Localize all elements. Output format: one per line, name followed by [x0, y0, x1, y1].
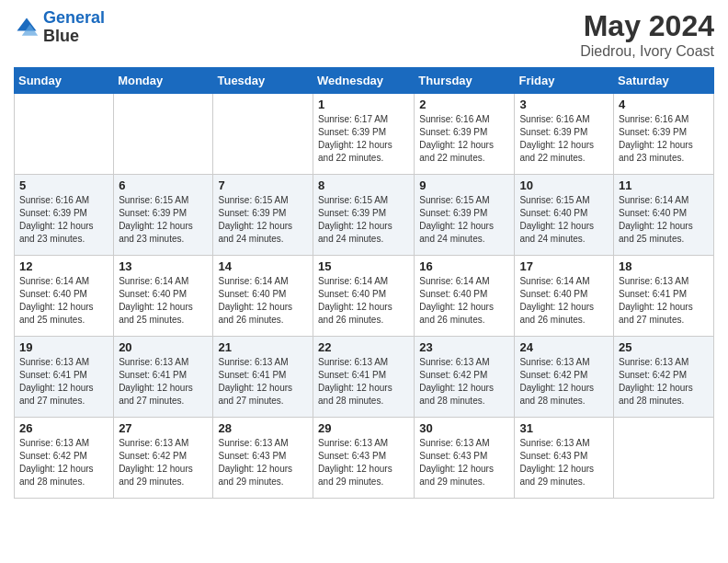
- day-cell: 19Sunrise: 6:13 AM Sunset: 6:41 PM Dayli…: [15, 337, 114, 418]
- day-info: Sunrise: 6:13 AM Sunset: 6:43 PM Dayligh…: [218, 437, 308, 488]
- day-info: Sunrise: 6:13 AM Sunset: 6:41 PM Dayligh…: [19, 356, 108, 408]
- main-title: May 2024: [580, 9, 714, 43]
- day-info: Sunrise: 6:15 AM Sunset: 6:40 PM Dayligh…: [519, 194, 609, 246]
- day-number: 6: [119, 178, 208, 192]
- day-number: 20: [119, 340, 208, 354]
- header: General Blue May 2024 Diedrou, Ivory Coa…: [14, 9, 714, 60]
- day-number: 22: [318, 340, 409, 354]
- day-info: Sunrise: 6:14 AM Sunset: 6:40 PM Dayligh…: [619, 194, 709, 246]
- day-info: Sunrise: 6:13 AM Sunset: 6:43 PM Dayligh…: [318, 437, 409, 488]
- day-info: Sunrise: 6:13 AM Sunset: 6:42 PM Dayligh…: [419, 356, 509, 408]
- day-cell: 1Sunrise: 6:17 AM Sunset: 6:39 PM Daylig…: [313, 94, 415, 175]
- day-cell: 2Sunrise: 6:16 AM Sunset: 6:39 PM Daylig…: [415, 94, 515, 175]
- day-number: 15: [318, 259, 409, 273]
- title-block: May 2024 Diedrou, Ivory Coast: [580, 9, 714, 60]
- day-cell: 13Sunrise: 6:14 AM Sunset: 6:40 PM Dayli…: [114, 256, 213, 337]
- day-number: 28: [218, 421, 308, 435]
- day-info: Sunrise: 6:16 AM Sunset: 6:39 PM Dayligh…: [419, 113, 509, 165]
- day-info: Sunrise: 6:15 AM Sunset: 6:39 PM Dayligh…: [318, 194, 409, 246]
- day-header-sunday: Sunday: [15, 68, 114, 94]
- day-cell: 21Sunrise: 6:13 AM Sunset: 6:41 PM Dayli…: [213, 337, 313, 418]
- day-info: Sunrise: 6:13 AM Sunset: 6:41 PM Dayligh…: [318, 356, 409, 408]
- day-number: 16: [419, 259, 509, 273]
- day-cell: 28Sunrise: 6:13 AM Sunset: 6:43 PM Dayli…: [213, 418, 313, 499]
- day-cell: 15Sunrise: 6:14 AM Sunset: 6:40 PM Dayli…: [313, 256, 415, 337]
- day-header-wednesday: Wednesday: [313, 68, 415, 94]
- day-info: Sunrise: 6:17 AM Sunset: 6:39 PM Dayligh…: [318, 113, 409, 165]
- day-info: Sunrise: 6:15 AM Sunset: 6:39 PM Dayligh…: [419, 194, 509, 246]
- calendar-header: SundayMondayTuesdayWednesdayThursdayFrid…: [15, 68, 714, 94]
- logo-line2: Blue: [43, 28, 105, 46]
- day-info: Sunrise: 6:14 AM Sunset: 6:40 PM Dayligh…: [419, 275, 509, 327]
- logo: General Blue: [14, 9, 105, 46]
- week-row-3: 12Sunrise: 6:14 AM Sunset: 6:40 PM Dayli…: [15, 256, 714, 337]
- logo-icon: [14, 15, 40, 40]
- day-header-thursday: Thursday: [415, 68, 515, 94]
- day-number: 8: [318, 178, 409, 192]
- day-cell: [15, 94, 114, 175]
- day-info: Sunrise: 6:14 AM Sunset: 6:40 PM Dayligh…: [19, 275, 108, 327]
- logo-text: General Blue: [43, 9, 105, 46]
- day-info: Sunrise: 6:13 AM Sunset: 6:42 PM Dayligh…: [119, 437, 208, 488]
- day-cell: 25Sunrise: 6:13 AM Sunset: 6:42 PM Dayli…: [614, 337, 714, 418]
- day-number: 5: [19, 178, 108, 192]
- day-cell: [614, 418, 714, 499]
- calendar-body: 1Sunrise: 6:17 AM Sunset: 6:39 PM Daylig…: [15, 94, 714, 499]
- day-cell: 8Sunrise: 6:15 AM Sunset: 6:39 PM Daylig…: [313, 175, 415, 256]
- day-info: Sunrise: 6:13 AM Sunset: 6:42 PM Dayligh…: [19, 437, 108, 488]
- day-info: Sunrise: 6:16 AM Sunset: 6:39 PM Dayligh…: [519, 113, 609, 165]
- day-cell: 6Sunrise: 6:15 AM Sunset: 6:39 PM Daylig…: [114, 175, 213, 256]
- day-number: 18: [619, 259, 709, 273]
- day-number: 31: [519, 421, 609, 435]
- day-number: 9: [419, 178, 509, 192]
- page: General Blue May 2024 Diedrou, Ivory Coa…: [0, 0, 728, 563]
- day-cell: 12Sunrise: 6:14 AM Sunset: 6:40 PM Dayli…: [15, 256, 114, 337]
- day-number: 29: [318, 421, 409, 435]
- day-cell: 11Sunrise: 6:14 AM Sunset: 6:40 PM Dayli…: [614, 175, 714, 256]
- week-row-4: 19Sunrise: 6:13 AM Sunset: 6:41 PM Dayli…: [15, 337, 714, 418]
- day-number: 2: [419, 98, 509, 111]
- day-number: 11: [619, 178, 709, 192]
- day-header-tuesday: Tuesday: [213, 68, 313, 94]
- logo-line1: General: [43, 8, 105, 27]
- day-info: Sunrise: 6:14 AM Sunset: 6:40 PM Dayligh…: [519, 275, 609, 327]
- header-row: SundayMondayTuesdayWednesdayThursdayFrid…: [15, 68, 714, 94]
- subtitle: Diedrou, Ivory Coast: [580, 43, 714, 60]
- day-cell: 27Sunrise: 6:13 AM Sunset: 6:42 PM Dayli…: [114, 418, 213, 499]
- day-info: Sunrise: 6:16 AM Sunset: 6:39 PM Dayligh…: [619, 113, 709, 165]
- day-number: 3: [519, 98, 609, 111]
- day-cell: 4Sunrise: 6:16 AM Sunset: 6:39 PM Daylig…: [614, 94, 714, 175]
- day-number: 19: [19, 340, 108, 354]
- day-cell: 23Sunrise: 6:13 AM Sunset: 6:42 PM Dayli…: [415, 337, 515, 418]
- day-info: Sunrise: 6:15 AM Sunset: 6:39 PM Dayligh…: [218, 194, 308, 246]
- day-info: Sunrise: 6:13 AM Sunset: 6:41 PM Dayligh…: [218, 356, 308, 408]
- day-number: 30: [419, 421, 509, 435]
- day-number: 10: [519, 178, 609, 192]
- day-info: Sunrise: 6:15 AM Sunset: 6:39 PM Dayligh…: [119, 194, 208, 246]
- day-info: Sunrise: 6:14 AM Sunset: 6:40 PM Dayligh…: [318, 275, 409, 327]
- day-cell: 20Sunrise: 6:13 AM Sunset: 6:41 PM Dayli…: [114, 337, 213, 418]
- day-number: 21: [218, 340, 308, 354]
- day-number: 27: [119, 421, 208, 435]
- day-cell: 16Sunrise: 6:14 AM Sunset: 6:40 PM Dayli…: [415, 256, 515, 337]
- day-cell: 5Sunrise: 6:16 AM Sunset: 6:39 PM Daylig…: [15, 175, 114, 256]
- day-header-friday: Friday: [515, 68, 614, 94]
- day-cell: 17Sunrise: 6:14 AM Sunset: 6:40 PM Dayli…: [515, 256, 614, 337]
- day-info: Sunrise: 6:14 AM Sunset: 6:40 PM Dayligh…: [218, 275, 308, 327]
- day-cell: 18Sunrise: 6:13 AM Sunset: 6:41 PM Dayli…: [614, 256, 714, 337]
- day-number: 23: [419, 340, 509, 354]
- day-cell: 3Sunrise: 6:16 AM Sunset: 6:39 PM Daylig…: [515, 94, 614, 175]
- week-row-2: 5Sunrise: 6:16 AM Sunset: 6:39 PM Daylig…: [15, 175, 714, 256]
- day-number: 12: [19, 259, 108, 273]
- day-info: Sunrise: 6:16 AM Sunset: 6:39 PM Dayligh…: [19, 194, 108, 246]
- day-cell: 22Sunrise: 6:13 AM Sunset: 6:41 PM Dayli…: [313, 337, 415, 418]
- day-number: 7: [218, 178, 308, 192]
- day-cell: 26Sunrise: 6:13 AM Sunset: 6:42 PM Dayli…: [15, 418, 114, 499]
- day-number: 26: [19, 421, 108, 435]
- day-header-monday: Monday: [114, 68, 213, 94]
- day-cell: [114, 94, 213, 175]
- day-info: Sunrise: 6:13 AM Sunset: 6:43 PM Dayligh…: [419, 437, 509, 488]
- day-header-saturday: Saturday: [614, 68, 714, 94]
- day-cell: 31Sunrise: 6:13 AM Sunset: 6:43 PM Dayli…: [515, 418, 614, 499]
- day-number: 1: [318, 98, 409, 111]
